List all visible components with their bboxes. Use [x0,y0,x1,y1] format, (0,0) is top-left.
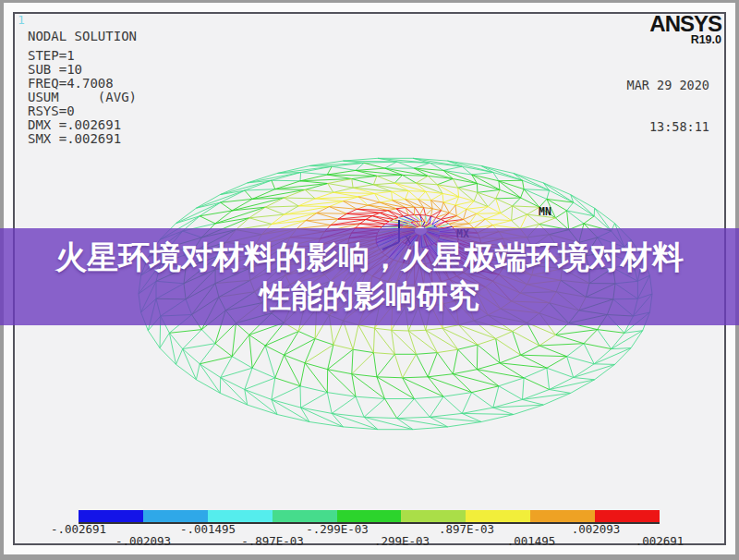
colorbar-tick: -.897E-03 [236,534,309,548]
solution-line-freq: FREQ=4.7008 [28,77,137,91]
colorbar-segment [595,510,660,522]
solution-line-step: STEP=1 [28,49,137,63]
colorbar-tick: .001495 [494,534,568,548]
solution-title: NODAL SOLUTION [28,29,137,43]
date-text: MAR 29 2020 [627,79,709,92]
solution-line-dmx: DMX =.002691 [28,118,137,132]
screenshot-root: 1 NODAL SOLUTION STEP=1 SUB =10 FREQ=4.7… [0,0,739,560]
solution-line-smx: SMX =.002691 [28,132,137,146]
solution-line-usum: USUM (AVG) [28,91,137,104]
colorbar-tick: .299E-03 [365,534,439,548]
colorbar-tick: -.002093 [106,534,180,548]
colorbar-segment [466,510,530,522]
colorbar-tick: .897E-03 [430,522,503,536]
colorbar-tick: .002093 [559,522,633,536]
overlay-title-line2: 性能的影响研究 [0,276,739,315]
overlay-title-line1: 火星环境对材料的影响，火星极端环境对材料 [0,237,739,276]
colorbar-segment [143,510,208,522]
solution-line-sub: SUB =10 [28,63,137,77]
colorbar-segment [208,510,273,522]
window-number: 1 [18,13,25,27]
solution-info-block: STEP=1 SUB =10 FREQ=4.7008 USUM (AVG) RS… [28,49,137,146]
colorbar-segment [273,510,337,522]
colorbar-segment [530,510,595,522]
ansys-logo: ANSYS R19.0 [649,14,721,46]
colorbar-segment [79,510,143,522]
colorbar-tick: .002691 [623,534,697,548]
min-node-label: MN [539,205,551,218]
title-overlay-banner: 火星环境对材料的影响，火星极端环境对材料 性能的影响研究 [0,228,739,325]
colorbar-tick: -.299E-03 [300,522,374,536]
colorbar-tick: -.002691 [42,522,115,536]
ansys-logo-text: ANSYS [649,14,721,34]
timestamp-block: MAR 29 2020 13:58:11 [627,51,709,162]
time-text: 13:58:11 [627,120,709,134]
colorbar-segment [401,510,466,522]
colorbar-tick: -.001495 [171,522,245,536]
colorbar-segment [337,510,402,522]
solution-line-rsys: RSYS=0 [28,104,137,118]
